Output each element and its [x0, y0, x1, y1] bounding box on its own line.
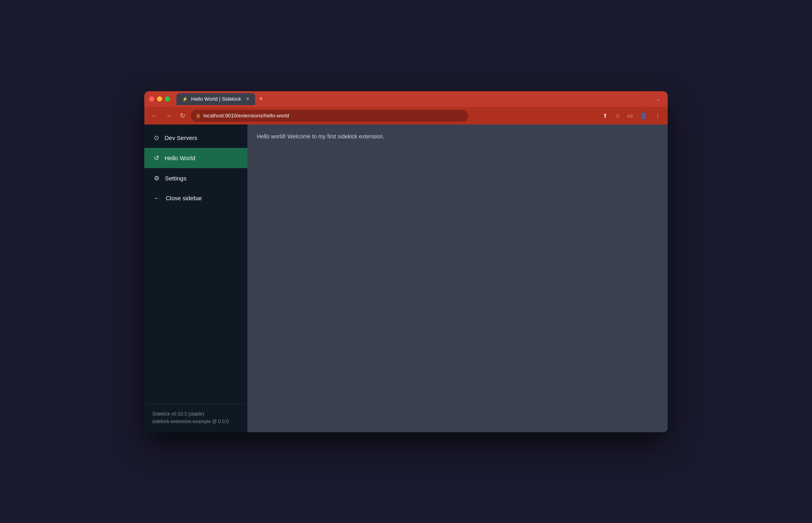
sidebar-item-hello-world[interactable]: ↺ Hello World — [144, 148, 247, 168]
profile-button[interactable]: 👤 — [638, 111, 650, 121]
sidebar-item-dev-servers-label: Dev Servers — [165, 134, 197, 141]
sidebar-toggle-button[interactable]: ▭ — [625, 111, 635, 121]
main-content: ⊙ Dev Servers ↺ Hello World ⚙ Settings ←… — [144, 125, 668, 432]
version-text: Sidekick v0.10.3 (stable) — [152, 410, 239, 418]
hello-world-icon: ↺ — [154, 154, 159, 162]
dev-servers-icon: ⊙ — [154, 134, 159, 142]
sidebar-item-hello-world-label: Hello World — [165, 155, 195, 161]
address-input[interactable] — [203, 113, 463, 119]
more-button[interactable]: ⋮ — [652, 111, 663, 121]
sidebar-item-settings[interactable]: ⚙ Settings — [144, 168, 247, 188]
active-tab[interactable]: ⚡ Hello World | Sidekick ✕ — [176, 93, 255, 105]
sidebar: ⊙ Dev Servers ↺ Hello World ⚙ Settings ←… — [144, 125, 247, 432]
minimize-button[interactable] — [157, 96, 162, 102]
sidebar-version: Sidekick v0.10.3 (stable) sidekick-exten… — [152, 410, 239, 425]
title-bar-actions: ⌄ — [654, 94, 663, 103]
tab-bar: ⚡ Hello World | Sidekick ✕ + — [176, 93, 412, 105]
sidebar-nav: ⊙ Dev Servers ↺ Hello World ⚙ Settings ←… — [144, 125, 247, 404]
forward-button[interactable]: → — [163, 111, 174, 121]
refresh-button[interactable]: ↻ — [178, 110, 188, 121]
browser-window: ⚡ Hello World | Sidekick ✕ + ⌄ ← → ↻ 🔒 ⬆… — [144, 91, 668, 432]
page-content: Hello world! Welcome to my first sidekic… — [247, 125, 668, 432]
share-button[interactable]: ⬆ — [600, 111, 610, 121]
sidebar-item-dev-servers[interactable]: ⊙ Dev Servers — [144, 128, 247, 148]
dropdown-button[interactable]: ⌄ — [654, 94, 663, 103]
traffic-lights — [149, 96, 170, 102]
maximize-button[interactable] — [165, 96, 170, 102]
close-button[interactable] — [149, 96, 154, 102]
star-button[interactable]: ☆ — [613, 111, 622, 121]
sidebar-item-settings-label: Settings — [165, 175, 186, 182]
address-right-actions: ⬆ ☆ ▭ 👤 ⋮ — [600, 111, 663, 121]
sidebar-item-close-sidebar-label: Close sidebar — [166, 195, 202, 201]
title-bar: ⚡ Hello World | Sidekick ✕ + ⌄ — [144, 91, 668, 107]
welcome-text: Hello world! Welcome to my first sidekic… — [257, 132, 658, 141]
tab-title: Hello World | Sidekick — [191, 96, 241, 102]
lock-icon: 🔒 — [195, 113, 201, 118]
sidebar-footer: Sidekick v0.10.3 (stable) sidekick-exten… — [144, 404, 247, 432]
settings-icon: ⚙ — [154, 174, 159, 182]
address-bar: ← → ↻ 🔒 ⬆ ☆ ▭ 👤 ⋮ — [144, 107, 668, 125]
tab-icon: ⚡ — [182, 96, 188, 102]
extension-text: sidekick-extension-example @ 0.0.0 — [152, 418, 239, 425]
back-button[interactable]: ← — [149, 111, 160, 121]
address-bar-wrapper: 🔒 — [191, 110, 468, 122]
tab-close-icon[interactable]: ✕ — [246, 96, 249, 102]
new-tab-button[interactable]: + — [257, 94, 266, 104]
sidebar-item-close-sidebar[interactable]: ← Close sidebar — [144, 188, 247, 208]
close-sidebar-icon: ← — [154, 195, 160, 202]
